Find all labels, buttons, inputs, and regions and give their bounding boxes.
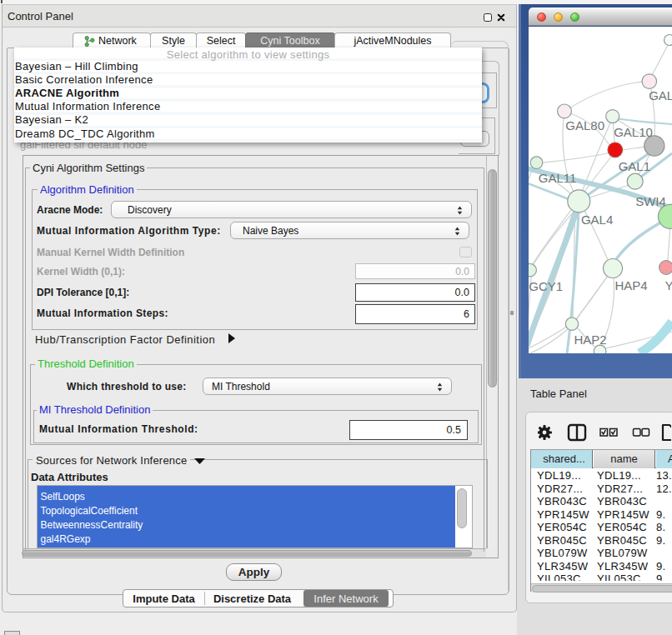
- svg-text:HAP2: HAP2: [574, 332, 607, 347]
- svg-text:GAL: GAL: [649, 88, 672, 102]
- svg-text:GCY1: GCY1: [529, 279, 563, 293]
- svg-text:GAL10: GAL10: [614, 125, 653, 139]
- svg-text:GAL4: GAL4: [581, 212, 613, 227]
- svg-text:GAL80: GAL80: [565, 118, 604, 132]
- svg-text:GAL1: GAL1: [619, 159, 650, 173]
- svg-text:Y: Y: [665, 278, 672, 292]
- svg-text:SWI4: SWI4: [635, 194, 666, 208]
- svg-text:GAL11: GAL11: [539, 171, 577, 185]
- svg-text:HAP4: HAP4: [615, 278, 648, 292]
